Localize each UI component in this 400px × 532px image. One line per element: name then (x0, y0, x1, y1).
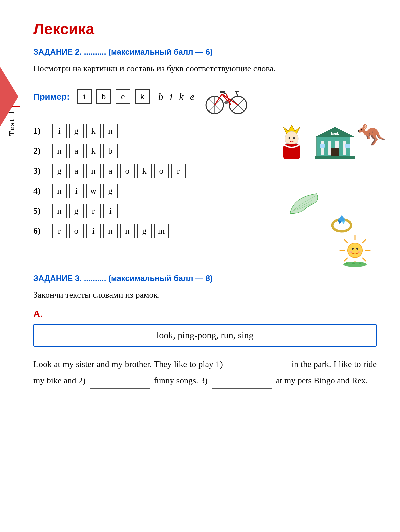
ex-row-6: 6) r o i n n g m (33, 224, 277, 238)
primer-label: Пример: (33, 92, 70, 102)
task3-desc: Закончи тексты словами из рамок. (33, 288, 377, 301)
kangaroo-image: 🦘 (357, 124, 386, 147)
svg-rect-25 (321, 141, 324, 155)
svg-point-21 (293, 137, 295, 139)
letters-5: n g r i (51, 204, 118, 218)
svg-point-49 (349, 251, 352, 253)
svg-rect-15 (220, 91, 225, 93)
text-paragraph: Look at my sister and my brother. They l… (33, 356, 377, 389)
sidebar: 6 Test 1 (0, 0, 23, 532)
letters-2: n a k b (51, 144, 118, 158)
bank-image: bank (313, 125, 357, 160)
wordbox: look, ping-pong, run, sing (33, 324, 377, 347)
sidebar-test-label: Test 1 (7, 110, 16, 136)
blanks-6 (176, 228, 233, 234)
svg-rect-28 (343, 141, 346, 155)
letter-box-i: i (77, 89, 92, 104)
blanks-5 (125, 208, 157, 214)
ex-num-2: 2) (33, 146, 47, 156)
blanks-2 (125, 148, 157, 154)
svg-point-46 (348, 243, 362, 258)
blanks-3 (193, 168, 259, 174)
svg-rect-32 (315, 156, 355, 159)
ex-num-6: 6) (33, 226, 47, 236)
exercise2-images: bank 🦘 (277, 124, 377, 264)
svg-point-48 (356, 248, 358, 250)
letters-1: i g k n (51, 124, 118, 138)
blanks-4 (125, 188, 157, 194)
svg-point-20 (289, 137, 290, 139)
section-a-label: А. (33, 309, 377, 319)
ex-row-3: 3) g a n a o k o r (33, 164, 277, 178)
ring-image (328, 209, 355, 237)
letter-box-k: k (135, 89, 150, 104)
ex-num-1: 1) (33, 126, 47, 136)
svg-rect-30 (320, 144, 325, 148)
ex-num-5: 5) (33, 206, 47, 216)
wing-image (287, 190, 323, 218)
ex-row-1: 1) i g k n (33, 124, 277, 138)
exercise2-area: 1) i g k n 2) (33, 124, 377, 264)
svg-point-47 (352, 248, 354, 250)
ex-num-4: 4) (33, 186, 47, 196)
svg-line-42 (344, 240, 347, 243)
ex-row-2: 2) n a k b (33, 144, 277, 158)
ex-row-4: 4) n i w g (33, 184, 277, 198)
letters-3: g a n a o k o r (51, 164, 186, 178)
fill-blank-3[interactable] (212, 372, 272, 389)
svg-line-44 (363, 240, 366, 243)
primer-answer: b i k e (158, 91, 196, 102)
task2-desc: Посмотри на картинки и составь из букв с… (33, 62, 377, 75)
svg-text:bank: bank (331, 132, 339, 135)
exercise-rows: 1) i g k n 2) (33, 124, 277, 264)
section-title: Лексика (33, 20, 377, 38)
letters-6: r o i n n g m (51, 224, 169, 238)
bicycle-image (203, 82, 250, 117)
example-row: Пример: i b e k b i k e (33, 89, 196, 104)
fill-blank-1[interactable] (227, 356, 287, 372)
task3-header: ЗАДАНИЕ 3. .......... (максимальный балл… (33, 274, 377, 283)
main-content: Лексика ЗАДАНИЕ 2. .......... (максималь… (23, 0, 400, 532)
task3-section: ЗАДАНИЕ 3. .......... (максимальный балл… (33, 274, 377, 389)
ex-row-5: 5) n g r i (33, 204, 277, 218)
letter-box-e: e (116, 89, 130, 104)
task2-header: ЗАДАНИЕ 2. .......... (максимальный балл… (33, 47, 377, 57)
svg-rect-26 (328, 141, 331, 155)
blanks-1 (125, 128, 157, 134)
sun-image (338, 234, 372, 268)
svg-point-50 (358, 251, 361, 253)
page-container: 6 Test 1 Лексика ЗАДАНИЕ 2. .......... (… (0, 0, 400, 532)
letters-4: n i w g (51, 184, 118, 198)
svg-line-43 (363, 258, 366, 261)
fill-blank-2[interactable] (90, 372, 150, 389)
svg-rect-31 (345, 144, 350, 148)
letter-box-b: b (96, 89, 111, 104)
ex-num-3: 3) (33, 166, 47, 176)
king-image (277, 124, 307, 162)
svg-line-45 (344, 258, 347, 261)
svg-rect-29 (331, 148, 339, 157)
